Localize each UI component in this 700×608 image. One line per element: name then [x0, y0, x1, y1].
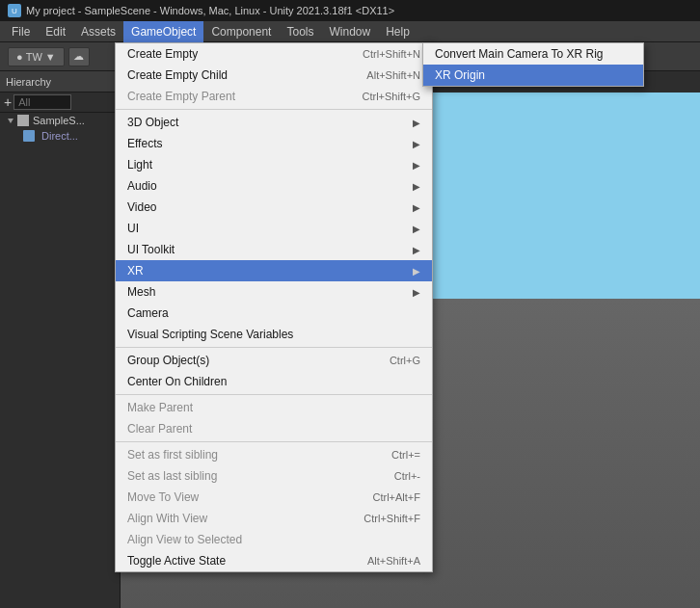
create-empty-child-shortcut: Alt+Shift+N [366, 69, 420, 81]
arrow-icon-video: ▶ [413, 202, 420, 213]
arrow-icon-audio: ▶ [413, 181, 420, 192]
arrow-icon-effects: ▶ [413, 139, 420, 149]
menu-make-parent[interactable]: Make Parent [116, 397, 432, 418]
audio-label: Audio [127, 179, 157, 193]
hierarchy-title: Hierarchy [6, 76, 51, 88]
menu-ui-toolkit[interactable]: UI Toolkit ▶ [116, 239, 432, 260]
menu-file[interactable]: File [4, 21, 38, 42]
xr-label: XR [127, 264, 144, 278]
group-objects-shortcut: Ctrl+G [390, 355, 420, 366]
account-avatar: ● [16, 51, 23, 63]
create-empty-label: Create Empty [127, 47, 198, 61]
group-objects-label: Group Object(s) [127, 354, 209, 367]
menu-bar: File Edit Assets GameObject Component To… [0, 21, 700, 42]
xr-submenu[interactable]: Convert Main Camera To XR Rig XR Origin [422, 42, 644, 87]
hierarchy-header: Hierarchy [0, 71, 120, 93]
set-last-sibling-label: Set as last sibling [127, 469, 217, 483]
hierarchy-scene-item[interactable]: SampleS... [0, 113, 120, 128]
menu-3d-object[interactable]: 3D Object ▶ [116, 112, 432, 133]
gameobject-menu[interactable]: Create Empty Ctrl+Shift+N Create Empty C… [115, 42, 433, 572]
video-label: Video [127, 200, 156, 214]
xr-origin-label: XR Origin [435, 68, 485, 82]
cloud-button[interactable]: ☁ [68, 47, 90, 66]
separator-4 [116, 441, 432, 442]
menu-video[interactable]: Video ▶ [116, 197, 432, 218]
clear-parent-label: Clear Parent [127, 422, 192, 436]
menu-set-first-sibling[interactable]: Set as first sibling Ctrl+= [116, 444, 432, 465]
submenu-convert-camera[interactable]: Convert Main Camera To XR Rig [423, 43, 643, 65]
menu-audio[interactable]: Audio ▶ [116, 175, 432, 197]
menu-clear-parent[interactable]: Clear Parent [116, 418, 432, 439]
make-parent-label: Make Parent [127, 401, 193, 414]
menu-set-last-sibling[interactable]: Set as last sibling Ctrl+- [116, 465, 432, 487]
menu-create-empty[interactable]: Create Empty Ctrl+Shift+N [116, 43, 432, 65]
menu-assets[interactable]: Assets [73, 21, 123, 42]
scene-label: SampleS... [33, 115, 85, 126]
expand-icon [8, 119, 13, 123]
align-view-selected-label: Align View to Selected [127, 533, 242, 546]
menu-camera[interactable]: Camera [116, 303, 432, 324]
cloud-icon: ☁ [73, 50, 84, 63]
menu-xr[interactable]: XR ▶ [116, 260, 432, 281]
menu-component[interactable]: Component [203, 21, 279, 42]
hierarchy-directional-item[interactable]: Direct... [0, 128, 120, 144]
mesh-label: Mesh [127, 285, 155, 299]
move-to-view-label: Move To View [127, 490, 199, 504]
menu-align-view-selected[interactable]: Align View to Selected [116, 529, 432, 550]
chevron-down-icon: ▼ [45, 51, 56, 63]
menu-create-empty-parent[interactable]: Create Empty Parent Ctrl+Shift+G [116, 86, 432, 107]
set-last-sibling-shortcut: Ctrl+- [394, 470, 420, 482]
ui-toolkit-label: UI Toolkit [127, 243, 175, 256]
create-empty-parent-label: Create Empty Parent [127, 90, 235, 103]
menu-move-to-view[interactable]: Move To View Ctrl+Alt+F [116, 487, 432, 508]
menu-effects[interactable]: Effects ▶ [116, 133, 432, 154]
set-first-sibling-shortcut: Ctrl+= [391, 449, 420, 461]
separator-2 [116, 347, 432, 348]
move-to-view-shortcut: Ctrl+Alt+F [372, 491, 420, 503]
menu-center-on-children[interactable]: Center On Children [116, 371, 432, 392]
center-on-children-label: Center On Children [127, 375, 227, 388]
arrow-icon-3d: ▶ [413, 118, 420, 128]
hierarchy-toolbar: + [0, 93, 120, 113]
scene-icon [17, 115, 29, 126]
arrow-icon-mesh: ▶ [413, 287, 420, 298]
hierarchy-panel: Hierarchy + SampleS... Direct... [0, 71, 121, 608]
submenu-xr-origin[interactable]: XR Origin [423, 65, 643, 86]
ui-label: UI [127, 222, 139, 235]
menu-light[interactable]: Light ▶ [116, 154, 432, 175]
convert-camera-label: Convert Main Camera To XR Rig [435, 47, 604, 61]
menu-group-objects[interactable]: Group Object(s) Ctrl+G [116, 350, 432, 371]
title-bar: U My project - SampleScene - Windows, Ma… [0, 0, 700, 21]
separator-1 [116, 109, 432, 110]
light-label: Light [127, 158, 152, 172]
menu-edit[interactable]: Edit [38, 21, 73, 42]
menu-align-with-view[interactable]: Align With View Ctrl+Shift+F [116, 508, 432, 529]
menu-window[interactable]: Window [321, 21, 378, 42]
create-empty-shortcut: Ctrl+Shift+N [363, 48, 420, 60]
menu-visual-scripting[interactable]: Visual Scripting Scene Variables [116, 324, 432, 345]
window-title: My project - SampleScene - Windows, Mac,… [26, 5, 394, 16]
arrow-icon-ui-toolkit: ▶ [413, 245, 420, 255]
3d-object-label: 3D Object [127, 116, 178, 129]
create-empty-child-label: Create Empty Child [127, 68, 228, 82]
account-label: TW [26, 51, 42, 63]
toggle-active-label: Toggle Active State [127, 554, 226, 568]
menu-ui[interactable]: UI ▶ [116, 218, 432, 239]
set-first-sibling-label: Set as first sibling [127, 448, 218, 462]
menu-create-empty-child[interactable]: Create Empty Child Alt+Shift+N [116, 65, 432, 86]
menu-mesh[interactable]: Mesh ▶ [116, 281, 432, 303]
visual-scripting-label: Visual Scripting Scene Variables [127, 328, 293, 341]
toggle-active-shortcut: Alt+Shift+A [367, 555, 420, 567]
gameobject-icon [23, 130, 35, 142]
menu-help[interactable]: Help [378, 21, 417, 42]
menu-toggle-active[interactable]: Toggle Active State Alt+Shift+A [116, 550, 432, 571]
add-hierarchy-button[interactable]: + [4, 94, 12, 110]
menu-tools[interactable]: Tools [279, 21, 321, 42]
hierarchy-search[interactable] [13, 94, 71, 110]
arrow-icon-ui: ▶ [413, 224, 420, 234]
unity-icon: U [8, 4, 21, 17]
menu-gameobject[interactable]: GameObject [123, 21, 203, 42]
camera-label: Camera [127, 306, 169, 320]
effects-label: Effects [127, 137, 162, 150]
account-button[interactable]: ● TW ▼ [8, 47, 65, 66]
